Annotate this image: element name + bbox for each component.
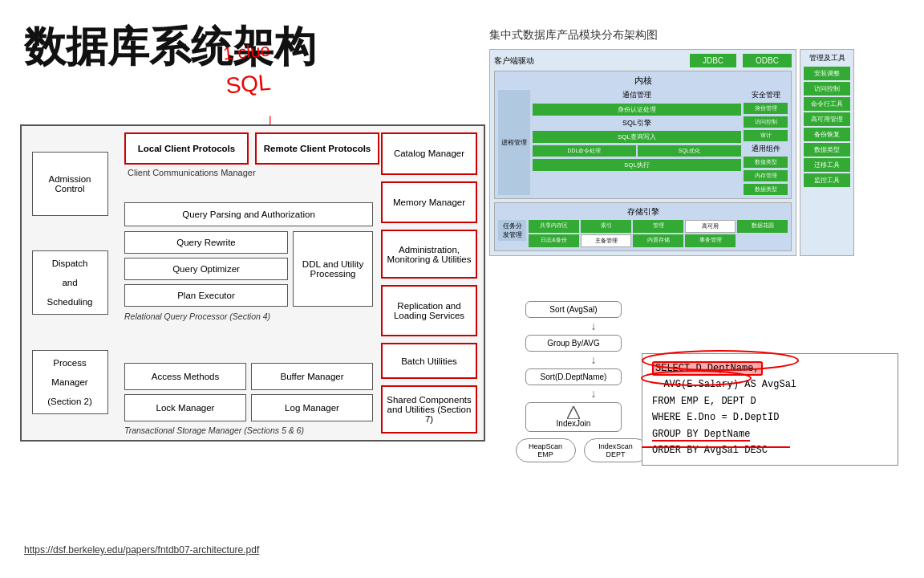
batch-label: Batch Utilities [401, 356, 457, 366]
backup-restore-btn: 备份恢复 [804, 128, 850, 141]
sql-line2: AVG(E.Salary) AS AvgSal [652, 379, 796, 390]
sql-optimize-btn: SQL优化 [638, 145, 741, 157]
security-mgmt-label: 安全管理 [744, 90, 788, 100]
arch-right-col: Catalog Manager Memory Manager Administr… [381, 132, 477, 434]
index-scan-node: IndexScan DEPT [584, 438, 648, 462]
sql-grid: DDL命令处理 SQL优化 [533, 145, 741, 157]
svg-line-0 [567, 406, 573, 419]
storage-share-area: 存储引擎 任务分发管理 共享内存区 索引 管理 高可用 数据花园 日志&备份 主… [494, 202, 792, 251]
sql-line6: ORDER BY AvgSal DESC [652, 445, 768, 456]
shared-box: Shared Components and Utilities (Section… [381, 385, 477, 434]
cn-diagram-title: 集中式数据库产品模块分布架构图 [489, 28, 854, 43]
log-manager-label: Log Manager [285, 403, 339, 413]
log-backup-btn: 日志&备份 [529, 234, 579, 247]
admission-control-box: Admission Control [32, 152, 108, 216]
mgmt-panel: 管理及工具 安装调整 访问控制 命令行工具 高可用管理 备份恢复 数据类型 迁移… [800, 49, 854, 256]
index-join-icon [567, 406, 580, 419]
kernel-label: 内核 [498, 75, 788, 87]
process-mgr-label2: Manager [51, 377, 87, 387]
query-parse-label: Query Parsing and Authorization [182, 210, 315, 219]
query-ctrl-btn: 访问控制 [804, 82, 850, 96]
query-section-label: Relational Query Processor (Section 4) [124, 311, 373, 321]
security-col: 安全管理 身份管理 访问控制 审计 通用组件 数值类型 内存管理 数据类型 [744, 90, 788, 195]
client-driver-row: 客户端驱动 JDBC ODBC [494, 54, 792, 67]
client-buttons: JDBC ODBC [690, 54, 792, 67]
process-manager-box: Process Manager (Section 2) [32, 350, 108, 414]
remote-client-label: Remote Client Protocols [264, 144, 371, 153]
monitor-btn: 监控工具 [804, 173, 850, 187]
catalog-label: Catalog Manager [394, 149, 464, 158]
access-ctrl-btn: 访问控制 [744, 116, 788, 128]
data-restore-btn: 数据花园 [737, 220, 788, 233]
identity-auth-btn: 身份认证处理 [533, 104, 741, 116]
query-optimizer-label: Query Optimizer [172, 264, 240, 274]
storage-section: Access Methods Buffer Manager Lock Manag… [124, 363, 373, 434]
query-parse-box: Query Parsing and Authorization [124, 202, 373, 226]
admission-control-label: Admission Control [36, 174, 104, 193]
storage-grid: 共享内存区 索引 管理 高可用 数据花园 日志&备份 主备管理 内置存储 事务管… [529, 220, 788, 247]
catalog-manager-box: Catalog Manager [381, 132, 477, 175]
title-area: 数据库系统架构 [24, 24, 345, 70]
query-rewrite-label: Query Rewrite [176, 238, 236, 247]
main-title: 数据库系统架构 [24, 24, 345, 70]
bottom-nodes-row: HeapScan EMP IndexScan DEPT [501, 438, 662, 462]
reference-url: https://dsf.berkeley.edu/papers/fntdb07-… [24, 544, 259, 556]
lock-manager-label: Lock Manager [156, 403, 215, 413]
dispatch-label2: and [62, 278, 77, 287]
table-mgmt-btn: 管理 [633, 220, 683, 233]
cn-diagram-container: 集中式数据库产品模块分布架构图 客户端驱动 JDBC ODBC 内核 进程管理 [489, 28, 854, 256]
ddl-label: DDL and Utility Processing [297, 259, 369, 279]
comm-manager-label: Client Communications Manager [124, 168, 379, 177]
heap-scan-node: HeapScan EMP [516, 438, 576, 462]
dispatch-label1: Dispatch [52, 258, 88, 268]
index-join-label: IndexJoin [557, 419, 591, 428]
arch-main-content: Local Client Protocols Remote Client Pro… [118, 126, 484, 440]
mgmt-tools-label: 管理及工具 [804, 53, 850, 63]
cn-diagram-layout: 客户端驱动 JDBC ODBC 内核 进程管理 通信管理 身份认证处理 [489, 49, 854, 256]
plan-executor-label: Plan Executor [177, 291, 235, 300]
process-mgr-label3: (Section 2) [47, 397, 92, 406]
flow-diagram: Sort (AvgSal) ↓ Group By/AVG ↓ Sort(D.De… [501, 301, 662, 462]
odbc-btn: ODBC [743, 54, 792, 67]
dispatch-scheduling-box: Dispatch and Scheduling [32, 250, 108, 315]
high-avail-mgmt-btn: 高可用管理 [804, 112, 850, 126]
trans-mgmt-btn: 事务管理 [685, 234, 736, 247]
sql-content: SELECT D.DeptName, AVG(E.Salary) AS AvgS… [652, 360, 888, 458]
index-btn: 索引 [581, 220, 631, 233]
process-mgr-label1: Process [53, 358, 87, 368]
data-type-btn: 数据类型 [744, 184, 788, 195]
access-methods-label: Access Methods [152, 372, 219, 381]
plan-executor-box: Plan Executor [124, 284, 288, 307]
storage-section-label: Transactional Storage Manager (Sections … [124, 425, 373, 435]
memory-manager-box: Memory Manager [381, 181, 477, 224]
process-mgmt-col: 进程管理 [498, 90, 530, 195]
high-avail-box: 高可用 [685, 220, 736, 233]
shared-label: Shared Components and Utilities (Section… [386, 395, 472, 424]
client-protocols-row: Local Client Protocols Remote Client Pro… [124, 132, 379, 165]
arrow1-icon: ↓ [525, 318, 662, 335]
sql-line3: FROM EMP E, DEPT D [652, 396, 756, 407]
sql-execute-btn: SQL执行 [533, 159, 741, 171]
sql-line5: GROUP BY DeptName [652, 429, 750, 442]
dispatch-label3: Scheduling [47, 297, 93, 307]
kernel-inner: 进程管理 通信管理 身份认证处理 SQL引擎 SQL查询写入 DDL命令处理 S… [498, 90, 788, 195]
middle-section: Query Parsing and Authorization Query Re… [124, 202, 373, 355]
storage-left-labels: 任务分发管理 [498, 220, 526, 247]
index-join-node: IndexJoin [525, 402, 622, 432]
query-left-col: Query Rewrite Query Optimizer Plan Execu… [124, 231, 288, 307]
sql-query-writer-btn: SQL查询写入 [533, 131, 741, 143]
query-row: Query Rewrite Query Optimizer Plan Execu… [124, 231, 373, 307]
data-types-mgmt-btn: 数据类型 [804, 143, 850, 157]
kernel-area: 内核 进程管理 通信管理 身份认证处理 SQL引擎 SQL查询写入 DDL命令处… [494, 71, 792, 199]
kernel-center: 通信管理 身份认证处理 SQL引擎 SQL查询写入 DDL命令处理 SQL优化 … [533, 90, 741, 195]
numeric-type-btn: 数值类型 [744, 157, 788, 168]
batch-box: Batch Utilities [381, 343, 477, 379]
admin-label: Administration, Monitoring & Utilities [386, 245, 472, 264]
query-optimizer-box: Query Optimizer [124, 258, 288, 280]
internal-storage-btn: 内置存储 [633, 234, 683, 247]
arch-left-sidebar: Admission Control Dispatch and Schedulin… [22, 126, 118, 440]
admin-box: Administration, Monitoring & Utilities [381, 230, 477, 279]
log-manager-box: Log Manager [251, 394, 373, 421]
sort-node: Sort (AvgSal) [525, 301, 622, 318]
master-slave-box: 主备管理 [581, 234, 631, 247]
